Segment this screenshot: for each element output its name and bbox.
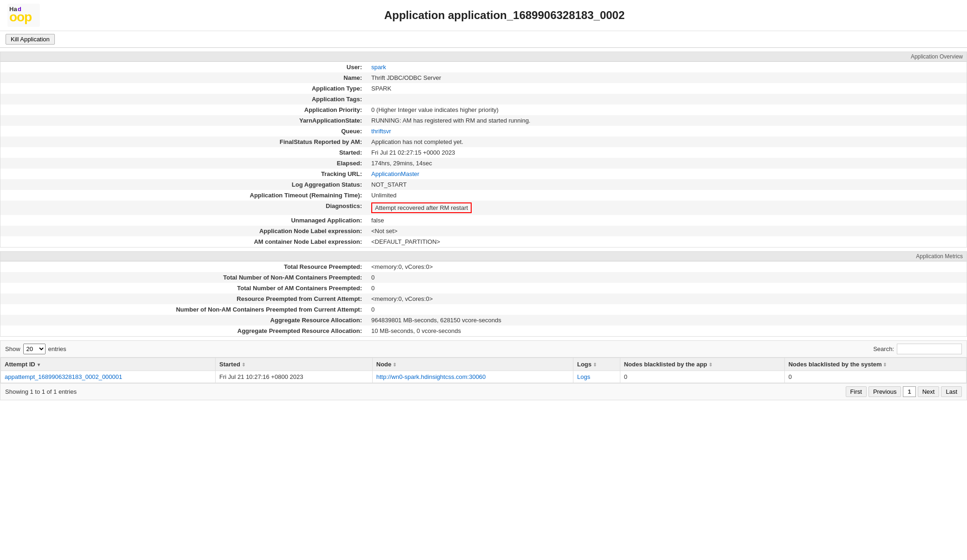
overview-label: Queue: bbox=[0, 126, 368, 137]
overview-row: Log Aggregation Status:NOT_START bbox=[0, 179, 967, 190]
overview-row: Application Tags: bbox=[0, 94, 967, 104]
overview-label: YarnApplicationState: bbox=[0, 115, 368, 126]
metrics-value: 0 bbox=[368, 283, 967, 293]
overview-value: Application has not completed yet. bbox=[368, 137, 967, 147]
diagnostics-box: Attempt recovered after RM restart bbox=[371, 202, 472, 213]
overview-value: ApplicationMaster bbox=[368, 169, 967, 179]
overview-label: Application Type: bbox=[0, 83, 368, 94]
pagination-controls: First Previous 1 Next Last bbox=[846, 386, 962, 397]
col-node[interactable]: Node bbox=[372, 358, 573, 371]
table-row: appattempt_1689906328183_0002_000001Fri … bbox=[1, 371, 967, 383]
overview-row: AM container Node Label expression:<DEFA… bbox=[0, 236, 967, 247]
overview-label: Log Aggregation Status: bbox=[0, 179, 368, 190]
entries-label: entries bbox=[48, 345, 66, 352]
first-page-button[interactable]: First bbox=[846, 386, 867, 397]
overview-link[interactable]: spark bbox=[371, 64, 386, 71]
overview-value: Unlimited bbox=[368, 190, 967, 201]
logs-link[interactable]: Logs bbox=[577, 373, 590, 380]
attempt-id-link[interactable]: appattempt_1689906328183_0002_000001 bbox=[5, 373, 122, 380]
metrics-row: Total Number of Non-AM Containers Preemp… bbox=[0, 272, 967, 283]
overview-label: Elapsed: bbox=[0, 158, 368, 169]
col-started[interactable]: Started bbox=[216, 358, 373, 371]
cell-attempt-id: appattempt_1689906328183_0002_000001 bbox=[1, 371, 216, 383]
overview-label: Application Node Label expression: bbox=[0, 226, 368, 236]
overview-row: Queue:thriftsvr bbox=[0, 126, 967, 137]
overview-row: Name:Thrift JDBC/ODBC Server bbox=[0, 72, 967, 83]
metrics-value: 10 MB-seconds, 0 vcore-seconds bbox=[368, 326, 967, 336]
metrics-row: Total Resource Preempted:<memory:0, vCor… bbox=[0, 261, 967, 272]
col-blacklisted-app[interactable]: Nodes blacklisted by the app bbox=[620, 358, 784, 371]
col-attempt-id[interactable]: Attempt ID bbox=[1, 358, 216, 371]
overview-value: <Not set> bbox=[368, 226, 967, 236]
node-link[interactable]: http://wn0-spark.hdinsightcss.com:30060 bbox=[376, 373, 486, 380]
overview-row: Started:Fri Jul 21 02:27:15 +0000 2023 bbox=[0, 147, 967, 158]
overview-label: Name: bbox=[0, 72, 368, 83]
overview-value: spark bbox=[368, 62, 967, 72]
overview-value: NOT_START bbox=[368, 179, 967, 190]
metrics-row: Resource Preempted from Current Attempt:… bbox=[0, 293, 967, 304]
attempts-tbody: appattempt_1689906328183_0002_000001Fri … bbox=[1, 371, 967, 383]
col-blacklisted-system[interactable]: Nodes blacklisted by the system bbox=[784, 358, 966, 371]
overview-value: RUNNING: AM has registered with RM and s… bbox=[368, 115, 967, 126]
metrics-label: Resource Preempted from Current Attempt: bbox=[0, 293, 368, 304]
overview-label: FinalStatus Reported by AM: bbox=[0, 137, 368, 147]
entries-select[interactable]: 10 20 25 50 100 bbox=[23, 344, 46, 354]
overview-link[interactable]: thriftsvr bbox=[371, 128, 391, 135]
kill-application-button[interactable]: Kill Application bbox=[6, 34, 55, 45]
overview-row: Unmanaged Application:false bbox=[0, 215, 967, 226]
overview-row: User:spark bbox=[0, 62, 967, 72]
overview-value: 174hrs, 29mins, 14sec bbox=[368, 158, 967, 169]
overview-value: thriftsvr bbox=[368, 126, 967, 137]
overview-label: Application Timeout (Remaining Time): bbox=[0, 190, 368, 201]
metrics-section: Application Metrics Total Resource Preem… bbox=[0, 251, 967, 337]
overview-section: Application Overview User:sparkName:Thri… bbox=[0, 52, 967, 247]
attempts-table: Attempt ID Started Node Logs Nodes black… bbox=[0, 358, 967, 383]
svg-text:Ha: Ha bbox=[9, 6, 17, 13]
overview-value: Attempt recovered after RM restart bbox=[368, 201, 967, 215]
overview-label: Tracking URL: bbox=[0, 169, 368, 179]
next-page-button[interactable]: Next bbox=[918, 386, 940, 397]
table-toolbar: Show 10 20 25 50 100 entries Search: bbox=[0, 341, 967, 358]
search-label: Search: bbox=[873, 345, 894, 352]
attempts-table-container: Show 10 20 25 50 100 entries Search: Att… bbox=[0, 340, 967, 400]
overview-table: User:sparkName:Thrift JDBC/ODBC ServerAp… bbox=[0, 62, 967, 247]
overview-row: Application Timeout (Remaining Time):Unl… bbox=[0, 190, 967, 201]
current-page: 1 bbox=[903, 386, 915, 397]
overview-label: AM container Node Label expression: bbox=[0, 236, 368, 247]
overview-link[interactable]: ApplicationMaster bbox=[371, 170, 419, 177]
overview-label: Application Priority: bbox=[0, 104, 368, 115]
metrics-value: 0 bbox=[368, 304, 967, 315]
overview-label: Unmanaged Application: bbox=[0, 215, 368, 226]
overview-row: Application Priority:0 (Higher Integer v… bbox=[0, 104, 967, 115]
overview-value: 0 (Higher Integer value indicates higher… bbox=[368, 104, 967, 115]
cell-logs: Logs bbox=[573, 371, 620, 383]
pagination-info: Showing 1 to 1 of 1 entries bbox=[5, 388, 77, 395]
metrics-section-header: Application Metrics bbox=[0, 252, 967, 261]
hadoop-logo: o o p Ha d bbox=[7, 4, 40, 27]
cell-blacklisted-system: 0 bbox=[784, 371, 966, 383]
cell-node: http://wn0-spark.hdinsightcss.com:30060 bbox=[372, 371, 573, 383]
overview-value: SPARK bbox=[368, 83, 967, 94]
search-box: Search: bbox=[873, 344, 962, 354]
kill-section: Kill Application bbox=[0, 31, 967, 48]
search-input[interactable] bbox=[897, 344, 962, 354]
last-page-button[interactable]: Last bbox=[941, 386, 962, 397]
pagination-bar: Showing 1 to 1 of 1 entries First Previo… bbox=[0, 383, 967, 400]
svg-text:p: p bbox=[24, 10, 32, 24]
overview-label: User: bbox=[0, 62, 368, 72]
metrics-label: Number of Non-AM Containers Preempted fr… bbox=[0, 304, 368, 315]
overview-value bbox=[368, 94, 967, 104]
overview-row: Application Type:SPARK bbox=[0, 83, 967, 94]
overview-row: FinalStatus Reported by AM:Application h… bbox=[0, 137, 967, 147]
metrics-label: Aggregate Preempted Resource Allocation: bbox=[0, 326, 368, 336]
metrics-label: Total Number of AM Containers Preempted: bbox=[0, 283, 368, 293]
overview-value: Thrift JDBC/ODBC Server bbox=[368, 72, 967, 83]
overview-row: YarnApplicationState:RUNNING: AM has reg… bbox=[0, 115, 967, 126]
overview-row: Application Node Label expression:<Not s… bbox=[0, 226, 967, 236]
col-logs[interactable]: Logs bbox=[573, 358, 620, 371]
metrics-table: Total Resource Preempted:<memory:0, vCor… bbox=[0, 261, 967, 336]
metrics-row: Number of Non-AM Containers Preempted fr… bbox=[0, 304, 967, 315]
previous-page-button[interactable]: Previous bbox=[868, 386, 901, 397]
page-header: o o p Ha d Application application_16899… bbox=[0, 0, 967, 31]
metrics-value: <memory:0, vCores:0> bbox=[368, 293, 967, 304]
